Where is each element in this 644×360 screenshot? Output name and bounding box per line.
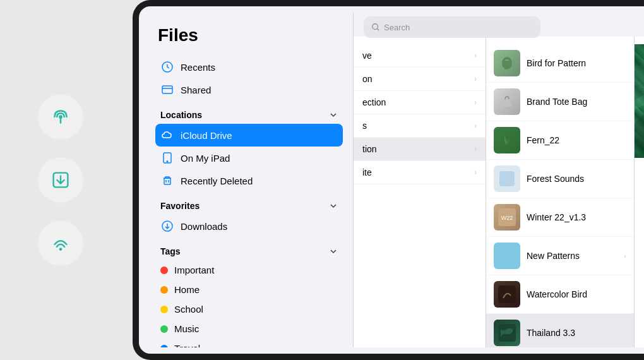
sidebar-item-tag-school[interactable]: School (155, 299, 343, 319)
svg-rect-8 (162, 86, 172, 93)
file-item-new-patterns[interactable]: New Patterns › (486, 237, 634, 275)
search-icon (371, 23, 380, 32)
file-item-thailand[interactable]: Thailand 3.3 (486, 314, 634, 347)
icloud-label: iCloud Drive (181, 130, 232, 141)
sidebar-item-ipad[interactable]: On My iPad (155, 147, 343, 169)
tag-music-label: Music (174, 323, 199, 334)
file-item-fern[interactable]: Fern_22 (486, 121, 634, 160)
file-item-watercolor[interactable]: Watercolor Bird (486, 275, 634, 314)
downloads-label: Downloads (181, 221, 227, 232)
download-icon (49, 168, 73, 192)
file-name-brand-tote: Brand Tote Bag (527, 97, 626, 107)
downloads-icon (160, 219, 174, 233)
middle-pane: ve › on › ection › s › tion › (354, 13, 486, 347)
mid-item-5-label: ite (362, 167, 372, 177)
svg-line-6 (377, 28, 379, 30)
mid-item-1-label: on (362, 74, 373, 84)
tags-chevron-icon (329, 247, 338, 256)
mid-item-5[interactable]: ite › (354, 161, 486, 184)
sidebar-item-tag-home[interactable]: Home (155, 280, 343, 299)
wifi-icon (49, 231, 73, 255)
mid-chevron-3: › (474, 121, 477, 130)
new-patterns-chevron-icon: › (624, 252, 626, 260)
mid-item-0-label: ve (362, 51, 372, 61)
trash-icon (160, 174, 174, 188)
file-name-fern: Fern_22 (527, 135, 626, 145)
search-input-wrap[interactable]: Search (364, 16, 540, 38)
mid-chevron-1: › (474, 75, 477, 83)
locations-header: Locations (155, 101, 343, 124)
search-placeholder: Search (384, 23, 410, 32)
file-item-brand-tote[interactable]: Brand Tote Bag (486, 83, 634, 121)
recents-label: Recents (181, 62, 215, 73)
ipad-icon (160, 151, 174, 165)
tag-important-label: Important (174, 265, 214, 275)
mid-item-0[interactable]: ve › (354, 44, 486, 68)
travel-dot (160, 345, 168, 348)
sidebar-item-tag-travel[interactable]: Travel (155, 339, 343, 347)
mid-item-2[interactable]: ection › (354, 91, 486, 114)
file-thumb-brand-tote (494, 88, 520, 115)
broadcast-icon-circle[interactable] (38, 94, 83, 140)
tag-home-label: Home (174, 284, 200, 295)
preview-image (635, 44, 644, 158)
mid-chevron-4: › (474, 145, 477, 153)
music-dot (160, 325, 168, 333)
file-name-forest: Forest Sounds (527, 174, 626, 184)
svg-rect-17 (499, 171, 515, 186)
sidebar-item-icloud[interactable]: iCloud Drive (155, 124, 343, 147)
file-name-watercolor: Watercolor Bird (527, 289, 626, 299)
icloud-icon (160, 128, 174, 142)
mid-item-3[interactable]: s › (354, 114, 486, 138)
mid-item-1[interactable]: on › (354, 68, 486, 91)
favorites-chevron-icon (329, 201, 338, 210)
recents-icon (160, 60, 174, 74)
svg-point-4 (59, 248, 63, 251)
svg-point-10 (167, 161, 168, 162)
file-thumb-forest: 🎵 (494, 165, 520, 192)
file-thumb-bird-for-pattern (494, 50, 520, 76)
favorites-header: Favorites (155, 192, 343, 215)
file-thumb-new-patterns (494, 243, 520, 269)
left-icon-panel (38, 94, 83, 266)
search-bar-area: Search (354, 13, 644, 37)
sidebar-item-shared[interactable]: Shared (155, 78, 343, 101)
sidebar-item-deleted[interactable]: Recently Deleted (155, 169, 343, 192)
favorites-label: Favorites (160, 201, 200, 211)
wifi-icon-circle[interactable] (38, 220, 83, 266)
mid-chevron-0: › (474, 51, 477, 60)
school-dot (160, 306, 168, 313)
sidebar-item-tag-important[interactable]: Important (155, 260, 343, 280)
file-list-pane: Bird for Pattern Brand Tote Bag (486, 13, 635, 347)
sidebar-item-downloads[interactable]: Downloads (155, 215, 343, 237)
svg-rect-21 (498, 247, 516, 265)
svg-rect-11 (164, 178, 170, 184)
important-dot (160, 267, 168, 274)
file-item-bird-for-pattern[interactable]: Bird for Pattern (486, 44, 634, 83)
shared-label: Shared (181, 85, 211, 95)
file-name-new-patterns: New Patterns (527, 251, 617, 261)
tags-label: Tags (160, 246, 181, 256)
tag-school-label: School (174, 304, 203, 315)
sidebar-item-tag-music[interactable]: Music (155, 319, 343, 339)
deleted-label: Recently Deleted (181, 176, 253, 186)
ipad-label: On My iPad (181, 153, 230, 164)
svg-text:W22: W22 (501, 215, 513, 221)
mid-item-3-label: s (362, 121, 367, 131)
svg-point-16 (502, 57, 512, 69)
file-name-thailand: Thailand 3.3 (527, 328, 626, 338)
file-item-forest[interactable]: 🎵 Forest Sounds (486, 160, 634, 198)
download-icon-circle[interactable] (38, 157, 83, 203)
file-name-bird-for-pattern: Bird for Pattern (527, 58, 626, 68)
file-item-winter[interactable]: W22 Winter 22_v1.3 (486, 198, 634, 237)
preview-info: Thailand 3.3.JPG JPEG image · 5 MB OPEN (635, 158, 644, 347)
mid-item-4-label: tion (362, 144, 377, 154)
home-dot (160, 286, 168, 294)
broadcast-icon (49, 105, 73, 129)
mid-chevron-2: › (474, 98, 477, 107)
sidebar-item-recents[interactable]: Recents (155, 56, 343, 78)
tags-header: Tags (155, 237, 343, 260)
ipad-frame: Search Files Recents (133, 0, 644, 360)
mid-item-4[interactable]: tion › (354, 138, 486, 161)
files-layout: Files Recents (145, 13, 644, 347)
